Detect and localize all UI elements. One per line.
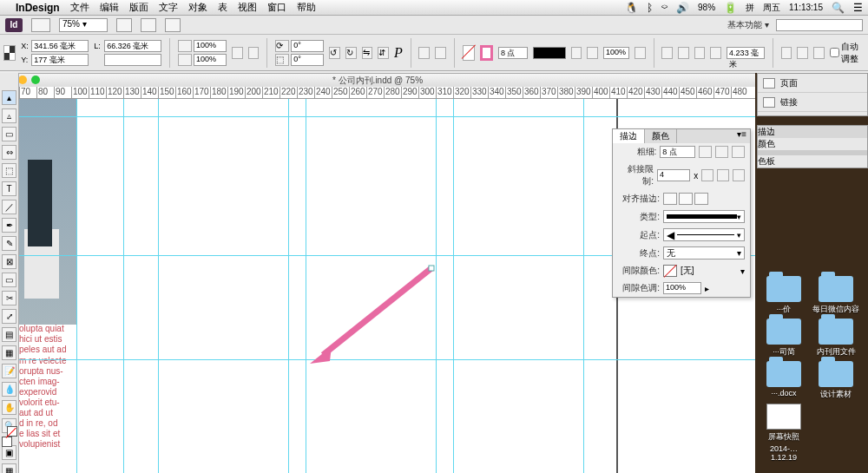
x-field[interactable]: 341.56 毫米 (31, 40, 89, 52)
content-collector-tool[interactable]: ⬚ (2, 163, 16, 178)
apply-color-icon[interactable]: ▣ (2, 445, 16, 460)
bridge-button[interactable] (31, 18, 50, 32)
fit1-icon[interactable] (781, 47, 792, 59)
cap-round-icon[interactable] (715, 146, 728, 158)
cap-butt-icon[interactable] (699, 146, 712, 158)
placeholder-text-frame[interactable]: olupta quiathici ut estispeles aut adm r… (19, 323, 80, 449)
spotlight-icon[interactable]: 🔍 (832, 2, 845, 14)
selection-tool[interactable]: ▴ (2, 90, 16, 105)
desktop-folder[interactable]: ···司简 (759, 319, 809, 358)
w-field[interactable]: 66.326 毫米 (104, 40, 161, 52)
wrap3-icon[interactable] (694, 47, 706, 59)
gradient-swatch-tool[interactable]: ▤ (2, 327, 16, 342)
notifications-icon[interactable]: ☰ (853, 2, 863, 14)
gap-color-value[interactable]: [无] (681, 265, 737, 277)
align-center-icon[interactable] (663, 193, 677, 205)
rectangle-tool[interactable]: ▭ (2, 273, 16, 287)
minimize-icon[interactable] (18, 76, 27, 84)
join-round-icon[interactable] (717, 169, 729, 181)
swatches-panel-button[interactable]: 色板 (758, 150, 867, 168)
join-miter-icon[interactable] (701, 169, 713, 181)
align-outside-icon[interactable] (694, 193, 708, 205)
weekday[interactable]: 周五 (763, 2, 780, 14)
desktop-folder[interactable]: ···价 (759, 276, 809, 315)
pencil-tool[interactable]: ✎ (2, 236, 16, 251)
shear-field[interactable]: 0° (291, 54, 324, 66)
stroke-weight-field[interactable]: 8 点 (498, 47, 529, 59)
color-tab[interactable]: 颜色 (645, 129, 677, 143)
wrap2-icon[interactable] (678, 47, 689, 59)
scale-x-field[interactable]: 100% (194, 40, 227, 52)
effects-icon[interactable] (571, 47, 582, 59)
end-arrow-select[interactable]: 无▾ (663, 246, 745, 259)
fill-swatch-icon[interactable] (463, 45, 475, 61)
line-tool[interactable]: ／ (2, 200, 16, 214)
arrange-button[interactable] (165, 18, 181, 32)
stroke-style-select[interactable] (533, 47, 565, 59)
hand-tool[interactable]: ✋ (2, 400, 16, 415)
qq-icon[interactable]: 🐧 (625, 2, 638, 14)
wrap-none-icon[interactable] (587, 47, 598, 59)
help-search-input[interactable] (776, 19, 863, 31)
horizontal-ruler[interactable]: 7080901001101201301401501601701801902002… (0, 87, 755, 99)
cap-square-icon[interactable] (732, 146, 745, 158)
workspace-switcher[interactable]: 基本功能 ▾ (727, 19, 769, 31)
rotate-field[interactable]: 0° (291, 40, 324, 52)
fit2-icon[interactable] (797, 47, 808, 59)
window-titlebar[interactable]: * 公司内刊.indd @ 75% (0, 74, 755, 87)
gap-color-swatch[interactable] (663, 265, 677, 277)
desktop-folder[interactable]: 每日微信内容 (811, 276, 861, 315)
rotate-ccw-icon[interactable]: ↺ (329, 47, 340, 59)
constrain-icon[interactable] (232, 47, 243, 59)
wrap1-icon[interactable] (661, 47, 673, 59)
pen-tool[interactable]: ✒ (2, 218, 16, 233)
zoom-window-icon[interactable] (31, 76, 40, 84)
flip-v-icon[interactable]: ⇵ (378, 47, 389, 59)
placed-image[interactable] (19, 99, 76, 325)
join-bevel-icon[interactable] (733, 169, 745, 181)
gap-tool[interactable]: ⇔ (2, 145, 16, 160)
corner-radius-field[interactable]: 4.233 毫米 (727, 47, 765, 59)
opacity-field[interactable]: 100% (603, 47, 629, 59)
ime-indicator[interactable]: 拼 (746, 2, 754, 14)
links-panel-button[interactable]: 链接 (758, 93, 867, 112)
screen-mode-button[interactable] (141, 18, 156, 32)
stroke-type-select[interactable]: ▾ (663, 210, 745, 223)
color-panel-button[interactable]: 颜色 (758, 138, 867, 150)
screenshot-thumb[interactable]: 屏幕快照2014-…1.12.19 (759, 404, 809, 462)
panel-menu-icon[interactable]: ▾≡ (733, 129, 750, 143)
eyedropper-tool[interactable]: 💧 (2, 382, 16, 397)
corner-options-icon[interactable] (710, 47, 721, 59)
wifi-icon[interactable]: ⌔ (661, 2, 667, 14)
indesign-logo-icon[interactable]: Id (5, 18, 23, 32)
direct-selection-tool[interactable]: ▵ (2, 108, 16, 123)
screen-mode-icon[interactable]: ▦ (2, 463, 16, 473)
arrow-line-object[interactable] (306, 264, 436, 368)
rotate-cw-icon[interactable]: ↻ (345, 47, 357, 59)
reference-point-icon[interactable] (3, 45, 16, 61)
type-tool[interactable]: T (2, 181, 16, 196)
drop-shadow-icon[interactable] (635, 47, 646, 59)
start-arrow-select[interactable]: ◀ ▾ (663, 228, 745, 241)
menu-type[interactable]: 文字 (159, 1, 178, 14)
select-content-icon[interactable] (435, 47, 446, 59)
h-field[interactable] (104, 54, 161, 66)
battery-icon[interactable]: 🔋 (724, 2, 737, 14)
gap-tint-field[interactable]: 100% (663, 282, 701, 294)
y-field[interactable]: 177 毫米 (31, 54, 89, 66)
gradient-feather-tool[interactable]: ▦ (2, 345, 16, 360)
auto-fit-checkbox[interactable] (830, 48, 839, 57)
desktop-folder[interactable]: 内刊用文件 (811, 319, 861, 358)
page-tool[interactable]: ▭ (2, 127, 16, 141)
app-name[interactable]: InDesign (16, 2, 60, 14)
fit3-icon[interactable] (813, 47, 825, 59)
align-inside-icon[interactable] (679, 193, 693, 205)
weight-field[interactable]: 8 点 (660, 146, 695, 158)
stroke-panel-button[interactable]: 描边 (758, 126, 867, 138)
desktop-folder[interactable]: 设计素材 (811, 361, 861, 400)
constrain2-icon[interactable] (248, 47, 260, 59)
note-tool[interactable]: 📝 (2, 364, 16, 378)
menu-view[interactable]: 视图 (238, 1, 257, 14)
scale-y-field[interactable]: 100% (194, 54, 227, 66)
battery-pct[interactable]: 98% (698, 3, 715, 12)
